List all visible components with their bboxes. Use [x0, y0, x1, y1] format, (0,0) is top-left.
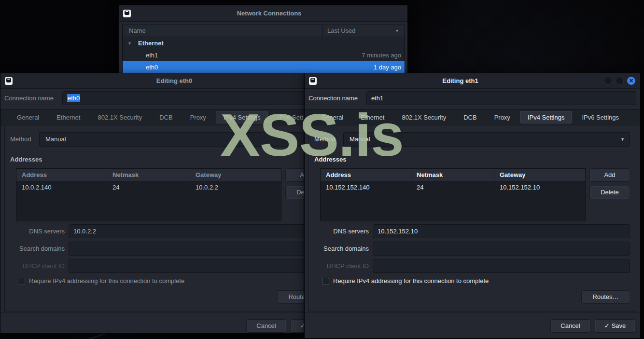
tab-general[interactable]: General	[313, 111, 351, 123]
check-icon: ✓	[604, 322, 610, 329]
expander-icon[interactable]: ▾	[128, 37, 131, 49]
dns-servers-input[interactable]: 10.0.2.2	[69, 224, 304, 238]
tab-bar: General Ethernet 802.1X Security DCB Pro…	[305, 109, 640, 125]
addresses-table[interactable]: Address Netmask Gateway 10.152.152.140 2…	[320, 168, 586, 221]
routes-button[interactable]: Routes…	[277, 290, 304, 304]
save-button[interactable]: ✓Save	[595, 319, 635, 333]
cancel-button[interactable]: Cancel	[550, 319, 590, 333]
check-icon: ✓	[300, 322, 304, 329]
window-network-connections: Network Connections Name Last Used ▾ ▾ E…	[118, 5, 408, 73]
add-button[interactable]: Add	[589, 168, 630, 182]
dhcp-client-id-label: DHCP client ID	[0, 259, 65, 273]
app-icon	[5, 77, 13, 85]
tab-ipv6-settings[interactable]: IPv6 Settings	[270, 111, 304, 123]
connection-name-input[interactable]: eth1	[366, 91, 636, 105]
titlebar[interactable]: Editing eth1 ✕	[305, 73, 640, 89]
table-header: Address Netmask Gateway	[16, 169, 281, 181]
window-title: Editing eth1	[317, 77, 604, 84]
tab-dcb[interactable]: DCB	[152, 111, 180, 123]
tab-8021x-security[interactable]: 802.1X Security	[90, 111, 150, 123]
search-domains-input[interactable]	[69, 242, 304, 256]
window-title: Network Connections	[131, 10, 407, 17]
maximize-button[interactable]	[616, 77, 624, 85]
require-ipv4-checkbox[interactable]	[18, 278, 25, 285]
delete-button[interactable]: Delete	[285, 186, 304, 199]
require-ipv4-checkbox[interactable]	[322, 278, 329, 285]
method-label: Method	[314, 132, 335, 147]
list-item-eth1[interactable]: eth1 7 minutes ago	[123, 49, 405, 61]
require-ipv4-label: Require IPv4 addressing for this connect…	[333, 276, 489, 286]
tab-general[interactable]: General	[9, 111, 47, 123]
tab-bar: General Ethernet 802.1X Security DCB Pro…	[0, 109, 304, 125]
dropdown-arrow-icon: ▾	[621, 133, 624, 146]
table-header: Address Netmask Gateway	[321, 169, 585, 181]
tab-ipv4-settings[interactable]: IPv4 Settings	[520, 111, 573, 123]
tab-ethernet[interactable]: Ethernet	[49, 111, 88, 123]
delete-button[interactable]: Delete	[589, 186, 630, 199]
addresses-heading: Addresses	[10, 156, 42, 163]
column-name[interactable]: Name	[123, 25, 322, 37]
dhcp-client-id-input[interactable]	[69, 259, 304, 273]
tab-proxy[interactable]: Proxy	[487, 111, 518, 123]
divider	[0, 312, 304, 312]
dns-servers-label: DNS servers	[0, 224, 65, 238]
dns-servers-label: DNS servers	[305, 224, 369, 238]
titlebar[interactable]: Network Connections	[119, 5, 407, 22]
dhcp-client-id-label: DHCP client ID	[305, 259, 369, 273]
method-dropdown[interactable]: Manual ▾	[39, 132, 304, 147]
require-ipv4-label: Require IPv4 addressing for this connect…	[29, 276, 184, 286]
titlebar[interactable]: Editing eth0	[0, 73, 304, 89]
connection-name-label: Connection name	[4, 91, 54, 105]
routes-button[interactable]: Routes…	[581, 290, 630, 304]
tab-8021x-security[interactable]: 802.1X Security	[394, 111, 454, 123]
save-button[interactable]: ✓Save	[291, 319, 304, 333]
desktop: Network Connections Name Last Used ▾ ▾ E…	[0, 0, 644, 339]
list-item-eth0[interactable]: eth0 1 day ago	[123, 61, 405, 73]
method-label: Method	[10, 132, 31, 147]
tab-dcb[interactable]: DCB	[456, 111, 484, 123]
divider	[305, 312, 640, 312]
window-editing-eth1: Editing eth1 ✕ Connection name eth1 Gene…	[304, 73, 641, 339]
tab-proxy[interactable]: Proxy	[182, 111, 214, 123]
tab-ipv6-settings[interactable]: IPv6 Settings	[574, 111, 627, 123]
tab-ethernet[interactable]: Ethernet	[353, 111, 392, 123]
dhcp-client-id-input[interactable]	[373, 259, 630, 273]
tab-ipv4-settings[interactable]: IPv4 Settings	[216, 111, 268, 123]
list-group-ethernet[interactable]: ▾ Ethernet	[123, 37, 405, 49]
selected-text: eth0	[67, 94, 80, 102]
dns-servers-input[interactable]: 10.152.152.10	[373, 224, 630, 238]
add-button[interactable]: Add	[285, 168, 304, 182]
search-domains-input[interactable]	[373, 242, 630, 256]
search-domains-label: Search domains	[305, 242, 369, 256]
minimize-button[interactable]	[604, 77, 612, 85]
window-editing-eth0: Editing eth0 Connection name eth0 Genera…	[0, 73, 304, 334]
connection-name-label: Connection name	[308, 91, 358, 105]
column-last-used[interactable]: Last Used ▾	[322, 25, 405, 37]
search-domains-label: Search domains	[0, 242, 65, 256]
connection-name-input[interactable]: eth0	[62, 91, 304, 105]
sort-arrow-icon: ▾	[396, 25, 398, 37]
list-header: Name Last Used ▾	[123, 25, 405, 37]
method-dropdown[interactable]: Manual ▾	[343, 132, 630, 147]
close-button[interactable]: ✕	[627, 77, 635, 85]
app-icon	[309, 77, 317, 85]
addresses-table[interactable]: Address Netmask Gateway 10.0.2.140 24 10…	[16, 168, 281, 221]
table-row[interactable]: 10.152.152.140 24 10.152.152.10	[321, 181, 585, 194]
window-title: Editing eth0	[13, 77, 304, 84]
addresses-heading: Addresses	[314, 156, 346, 163]
app-icon	[123, 10, 131, 17]
cancel-button[interactable]: Cancel	[246, 319, 286, 333]
table-row[interactable]: 10.0.2.140 24 10.0.2.2	[16, 181, 281, 194]
